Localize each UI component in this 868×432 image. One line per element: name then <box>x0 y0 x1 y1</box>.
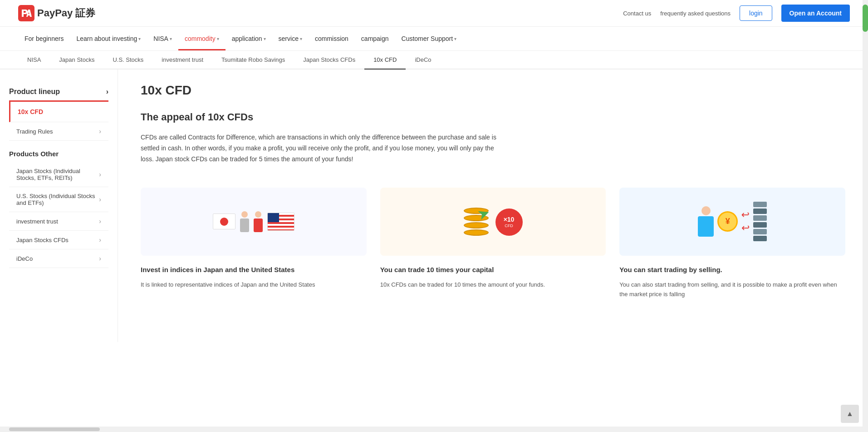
sidebar-item-us-stocks[interactable]: U.S. Stocks (Individual Stocks and ETFs)… <box>9 187 108 212</box>
scrollbar-vertical[interactable] <box>863 0 868 342</box>
main-nav: For beginners Learn about investing ▾ NI… <box>0 27 868 51</box>
login-button[interactable]: login <box>740 5 772 21</box>
sidebar-products-other-header: Products Other <box>9 141 108 162</box>
sidebar-item-10x-cfd[interactable]: 10x CFD <box>9 102 108 122</box>
subnav-us-stocks[interactable]: U.S. Stocks <box>103 51 152 70</box>
faq-link[interactable]: frequently asked questions <box>660 10 731 17</box>
us-flag <box>267 213 294 231</box>
sidebar-product-lineup[interactable]: Product lineup › <box>9 83 108 102</box>
sidebar-item-japan-stocks-cfds[interactable]: Japan Stocks CFDs › <box>9 231 108 249</box>
feature-card-selling: ¥ ↪ ↩ <box>619 183 845 304</box>
chevron-icon: ▾ <box>217 36 219 41</box>
subnav-japan-stocks[interactable]: Japan Stocks <box>50 51 103 70</box>
sub-nav: NISA Japan Stocks U.S. Stocks investment… <box>0 51 868 70</box>
site-header: PayPay 証券 Contact us frequently asked qu… <box>0 0 868 70</box>
arrow-up-icon: ↪ <box>741 209 750 221</box>
subnav-10x-cfd[interactable]: 10x CFD <box>364 51 406 70</box>
nav-service[interactable]: service ▾ <box>272 27 309 50</box>
feature-cards: Invest in indices in Japan and the Unite… <box>141 183 845 304</box>
nav-application[interactable]: application ▾ <box>226 27 272 50</box>
trading-group: ¥ ↪ ↩ <box>698 202 767 241</box>
description-text: CFDs are called Contracts for Difference… <box>141 132 504 164</box>
trader-person <box>698 206 714 237</box>
chevron-icon: ▾ <box>454 36 456 41</box>
appeal-section-title: The appeal of 10x CFDs <box>141 111 845 123</box>
arrow-icon: › <box>99 236 101 243</box>
arrow-icon: › <box>99 128 101 135</box>
arrow-icon: › <box>99 171 101 178</box>
coin <box>464 229 489 236</box>
header-links: Contact us frequently asked questions <box>623 10 731 17</box>
main-content: 10x CFD The appeal of 10x CFDs CFDs are … <box>118 70 868 342</box>
subnav-nisa[interactable]: NISA <box>18 51 50 70</box>
nav-customer-support[interactable]: Customer Support ▾ <box>395 27 463 50</box>
coins-group: ➤ ×10 CFD <box>464 208 523 236</box>
chevron-right-icon: › <box>106 88 108 96</box>
contact-link[interactable]: Contact us <box>623 10 651 17</box>
person1 <box>240 211 249 232</box>
arrow-icon: › <box>99 196 101 203</box>
japan-flag <box>213 214 235 229</box>
person-head <box>255 211 261 218</box>
page-layout: Product lineup › 10x CFD Trading Rules ›… <box>0 70 868 342</box>
nav-commodity[interactable]: commodity ▾ <box>178 27 226 50</box>
person-body <box>254 218 263 232</box>
sidebar-item-trading-rules[interactable]: Trading Rules › <box>9 122 108 141</box>
open-account-button[interactable]: Open an Account <box>781 5 850 22</box>
page-title: 10x CFD <box>141 83 845 98</box>
arrow-icon: › <box>99 218 101 225</box>
card1-title: Invest in indices in Japan and the Unite… <box>141 265 367 275</box>
server-block <box>753 215 767 221</box>
chevron-icon: ▾ <box>264 36 266 41</box>
feature-card-10x: ➤ ×10 CFD You can trade 10 times your ca… <box>380 183 606 304</box>
paypay-logo-icon <box>18 5 34 21</box>
nav-nisa[interactable]: NISA ▾ <box>147 27 178 50</box>
sidebar-item-japan-stocks[interactable]: Japan Stocks (Individual Stocks, ETFs, R… <box>9 162 108 187</box>
logo-text: PayPay 証券 <box>37 6 95 20</box>
server-stack <box>753 202 767 241</box>
cycle-arrows: ↪ ↩ <box>741 209 750 234</box>
subnav-japan-stocks-cfds[interactable]: Japan Stocks CFDs <box>294 51 364 70</box>
scrollbar-thumb[interactable] <box>863 5 868 32</box>
trader-body <box>698 216 714 237</box>
yen-circle: ¥ <box>717 211 738 232</box>
arrow-icon: › <box>99 255 101 262</box>
card1-desc: It is linked to representative indices o… <box>141 280 367 290</box>
server-block <box>753 209 767 214</box>
x10-badge: ×10 CFD <box>495 209 523 236</box>
coin <box>464 222 489 228</box>
card1-illustration <box>141 188 367 256</box>
server-block <box>753 222 767 228</box>
server-block <box>753 202 767 207</box>
sidebar-item-ideco[interactable]: iDeCo › <box>9 249 108 268</box>
nav-campaign[interactable]: campaign <box>355 27 395 50</box>
card2-title: You can trade 10 times your capital <box>380 265 606 275</box>
person2 <box>254 211 263 232</box>
nav-commission[interactable]: commission <box>309 27 355 50</box>
chevron-icon: ▾ <box>138 36 141 41</box>
trader-head <box>701 206 711 215</box>
subnav-tsumitate[interactable]: Tsumitate Robo Savings <box>212 51 294 70</box>
nav-for-beginners[interactable]: For beginners <box>18 27 70 50</box>
nav-learn[interactable]: Learn about investing ▾ <box>70 27 147 50</box>
feature-card-indices: Invest in indices in Japan and the Unite… <box>141 183 367 304</box>
card3-desc: You can also start trading from selling,… <box>619 280 845 299</box>
chevron-icon: ▾ <box>300 36 302 41</box>
person-body <box>240 218 249 232</box>
us-flag-canton <box>268 213 279 222</box>
chevron-icon: ▾ <box>170 36 172 41</box>
person-head <box>241 211 248 218</box>
japan-flag-circle <box>220 218 228 226</box>
card3-illustration: ¥ ↪ ↩ <box>619 188 845 256</box>
card2-illustration: ➤ ×10 CFD <box>380 188 606 256</box>
server-block <box>753 236 767 241</box>
subnav-ideco[interactable]: iDeCo <box>406 51 440 70</box>
arrow-down-icon: ↩ <box>741 222 750 234</box>
sidebar-item-investment-trust[interactable]: investment trust › <box>9 212 108 231</box>
header-top: PayPay 証券 Contact us frequently asked qu… <box>0 0 868 27</box>
card2-desc: 10x CFDs can be traded for 10 times the … <box>380 280 606 290</box>
subnav-investment-trust[interactable]: investment trust <box>152 51 212 70</box>
server-block <box>753 229 767 234</box>
header-right: Contact us frequently asked questions lo… <box>623 5 850 22</box>
sidebar: Product lineup › 10x CFD Trading Rules ›… <box>0 70 118 342</box>
